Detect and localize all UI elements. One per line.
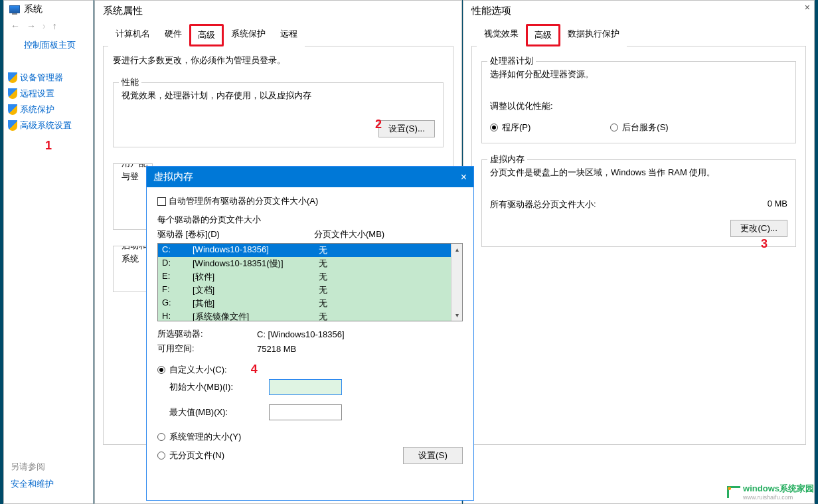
cpu-plan-desc: 选择如何分配处理器资源。 <box>490 68 787 80</box>
vm-desc: 分页文件是硬盘上的一块区域，Windows 当作 RAM 使用。 <box>490 167 787 179</box>
radio-dot-icon <box>157 433 165 441</box>
selected-drive-label: 所选驱动器: <box>157 328 257 340</box>
each-drive-label: 每个驱动器的分页文件大小 <box>157 214 463 226</box>
back-button[interactable]: ← <box>11 21 20 31</box>
radio-background[interactable]: 后台服务(S) <box>610 122 668 133</box>
userprof-desc: 与登 <box>122 171 144 183</box>
userprof-legend: 用户配 <box>119 163 150 169</box>
initial-size-input[interactable] <box>269 379 342 395</box>
checkbox-icon <box>157 197 166 206</box>
system-window: 系统 ← → › ↑ 控制面板主页 设备管理器 远程设置 系统保护 高级系统设置… <box>3 0 94 504</box>
vm-change-button[interactable]: 更改(C)... <box>730 220 787 237</box>
selected-drive-value: C: [Windows10-18356] <box>257 329 345 339</box>
watermark-logo-icon <box>727 486 740 498</box>
forward-button[interactable]: → <box>27 21 36 31</box>
virtual-memory-dialog: 虚拟内存 × 自动管理所有驱动器的分页文件大小(A) 每个驱动器的分页文件大小 … <box>146 166 474 501</box>
close-icon[interactable]: × <box>805 2 810 13</box>
hdr-drive: 驱动器 [卷标](D) <box>157 228 314 240</box>
vm-dialog-title: 虚拟内存 <box>153 171 193 183</box>
perf-settings-button[interactable]: 设置(S)... <box>378 120 435 137</box>
radio-dot-icon <box>490 124 498 131</box>
see-also-label: 另请参阅 <box>11 461 54 473</box>
radio-system-managed[interactable]: 系统管理的大小(Y) <box>157 431 463 443</box>
annotation-3: 3 <box>761 237 768 251</box>
perf-legend: 性能 <box>119 76 141 88</box>
drive-row[interactable]: F:[文档]无 <box>158 284 462 297</box>
drive-row[interactable]: G:[其他]无 <box>158 297 462 310</box>
vm-total-label: 所有驱动器总分页文件大小: <box>490 199 596 210</box>
annotation-4: 4 <box>251 363 258 377</box>
radio-dot-icon <box>610 124 618 131</box>
drive-row[interactable]: D:[Windows10-18351(慢)]无 <box>158 257 462 270</box>
avail-space-label: 可用空间: <box>157 343 257 355</box>
vm-set-button[interactable]: 设置(S) <box>403 447 463 464</box>
sidebar-advanced-system[interactable]: 高级系统设置 <box>4 118 93 133</box>
up-button[interactable]: ↑ <box>52 21 57 31</box>
sidebar-system-protection[interactable]: 系统保护 <box>4 102 93 118</box>
annotation-1: 1 <box>4 139 93 153</box>
radio-dot-icon <box>157 366 165 374</box>
max-size-input[interactable] <box>269 404 342 420</box>
drive-row[interactable]: E:[软件]无 <box>158 270 462 284</box>
cpu-plan-legend: 处理器计划 <box>487 55 536 67</box>
startup-desc: 系统 <box>122 253 144 265</box>
scroll-up-icon[interactable]: ▴ <box>451 244 462 255</box>
annotation-2: 2 <box>375 118 382 131</box>
performance-options-window: × 性能选项 视觉效果 高级 数据执行保护 处理器计划 选择如何分配处理器资源。… <box>463 0 815 504</box>
drive-row[interactable]: H:[系统镜像文件]无 <box>158 310 462 321</box>
drive-row[interactable]: C:[Windows10-18356]无 <box>158 244 462 257</box>
radio-dot-icon <box>157 452 165 460</box>
radio-no-paging[interactable]: 无分页文件(N) <box>157 450 403 462</box>
auto-manage-checkbox[interactable]: 自动管理所有驱动器的分页文件大小(A) <box>157 196 318 206</box>
radio-custom-size[interactable]: 自定义大小(C): 4 <box>157 363 463 377</box>
vm-legend: 虚拟内存 <box>487 153 527 165</box>
tab-hardware[interactable]: 硬件 <box>157 24 189 46</box>
tab-dep[interactable]: 数据执行保护 <box>560 24 627 46</box>
vm-total-value: 0 MB <box>768 199 787 210</box>
hdr-page: 分页文件大小(MB) <box>314 228 384 240</box>
sidebar-remote-settings[interactable]: 远程设置 <box>4 86 93 102</box>
tab-remote[interactable]: 远程 <box>273 24 305 46</box>
tab-perf-advanced[interactable]: 高级 <box>526 24 560 46</box>
control-panel-home-link[interactable]: 控制面板主页 <box>4 38 93 52</box>
shield-icon <box>8 72 17 83</box>
tab-advanced[interactable]: 高级 <box>189 24 224 46</box>
system-title: 系统 <box>24 3 42 15</box>
shield-icon <box>8 88 17 99</box>
shield-icon <box>8 104 17 115</box>
perfopt-title: 性能选项 <box>463 1 814 24</box>
cpu-adjust-label: 调整以优化性能: <box>490 100 787 112</box>
scroll-down-icon[interactable]: ▾ <box>451 309 462 321</box>
close-icon[interactable]: × <box>461 171 467 183</box>
radio-programs[interactable]: 程序(P) <box>490 122 531 133</box>
tab-computer-name[interactable]: 计算机名 <box>108 24 157 46</box>
sysprop-tabs: 计算机名 硬件 高级 系统保护 远程 <box>103 24 453 46</box>
init-size-label: 初始大小(MB)(I): <box>169 381 269 393</box>
shield-icon <box>8 120 17 131</box>
max-size-label: 最大值(MB)(X): <box>169 406 269 418</box>
sysprop-title: 系统属性 <box>95 1 461 24</box>
monitor-icon <box>9 5 20 13</box>
tab-system-protection[interactable]: 系统保护 <box>224 24 273 46</box>
admin-note: 要进行大多数更改，你必须作为管理员登录。 <box>113 54 444 66</box>
perfopt-tabs: 视觉效果 高级 数据执行保护 <box>471 24 806 46</box>
startup-legend: 启动和 <box>119 246 150 252</box>
sidebar-device-manager[interactable]: 设备管理器 <box>4 70 93 86</box>
perf-desc: 视觉效果，处理器计划，内存使用，以及虚拟内存 <box>122 90 435 102</box>
watermark: windows系统家园 www.ruishaifu.com <box>727 483 814 501</box>
scrollbar[interactable]: ▴ ▾ <box>451 244 462 321</box>
drive-listbox[interactable]: C:[Windows10-18356]无D:[Windows10-18351(慢… <box>157 243 463 321</box>
security-maint-link[interactable]: 安全和维护 <box>11 478 54 490</box>
avail-space-value: 75218 MB <box>257 344 296 354</box>
tab-visual-effects[interactable]: 视觉效果 <box>477 24 526 46</box>
